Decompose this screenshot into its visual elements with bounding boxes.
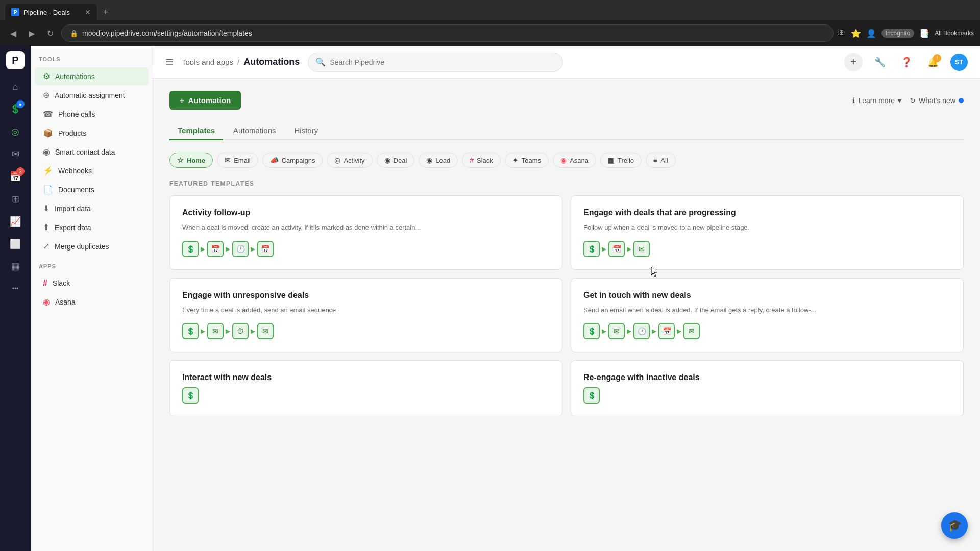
chevron-down-icon: ▾ — [898, 96, 901, 105]
sidebar-item-smart-contact[interactable]: ◉ Smart contact data — [35, 143, 149, 161]
deal-filter-icon: ◉ — [384, 156, 390, 164]
slack-filter-icon: # — [470, 156, 474, 164]
sidebar-icon-table[interactable]: ▦ — [5, 256, 26, 277]
filter-tab-campaigns[interactable]: 📣 Campaigns — [262, 153, 323, 168]
sidebar-item-asana[interactable]: ◉ Asana — [35, 293, 149, 311]
sidebar-icon-home[interactable]: ⌂ — [5, 77, 26, 97]
template-card-unresponsive[interactable]: Engage with unresponsive deals Every tim… — [169, 278, 562, 353]
flow-icon-mail4: ✉ — [257, 323, 274, 339]
flow-icon-deal: 💲 — [182, 241, 199, 257]
sidebar-item-merge[interactable]: ⤢ Merge duplicates — [35, 237, 149, 255]
eye-off-btn[interactable]: 👁 — [838, 29, 846, 38]
template-card-engage-progressing[interactable]: Engage with deals that are progressing F… — [571, 195, 964, 270]
whats-new-btn[interactable]: ↻ What's new — [910, 96, 964, 105]
filter-tab-lead[interactable]: ◉ Lead — [419, 153, 458, 168]
notification-btn[interactable]: 🔔 ! — [924, 53, 942, 71]
filter-tab-trello[interactable]: ▦ Trello — [600, 153, 642, 168]
documents-label: Documents — [58, 186, 94, 194]
logo-letter: P — [12, 55, 18, 66]
template-card-reengage[interactable]: Re-engage with inactive deals 💲 — [571, 360, 964, 416]
card-desc-4: Send an email when a deal is added. If t… — [583, 305, 951, 315]
search-input[interactable] — [330, 58, 555, 66]
back-btn[interactable]: ◀ — [6, 26, 20, 40]
filter-tab-home[interactable]: ☆ Home — [169, 153, 213, 168]
sidebar-item-export[interactable]: ⬆ Export data — [35, 218, 149, 236]
email-filter-icon: ✉ — [225, 156, 231, 164]
main-content: ☰ Tools and apps / Automations 🔍 + 🔧 ❓ 🔔… — [153, 46, 980, 551]
filter-tab-deal[interactable]: ◉ Deal — [377, 153, 415, 168]
refresh-btn[interactable]: ↻ — [43, 26, 57, 40]
filter-tab-all[interactable]: ≡ All — [646, 153, 676, 168]
info-icon: ℹ — [852, 96, 855, 105]
filter-tab-teams[interactable]: ✦ Teams — [505, 153, 549, 168]
sidebar-item-documents[interactable]: 📄 Documents — [35, 181, 149, 198]
sidebar-icon-apps[interactable]: ⊞ — [5, 189, 26, 209]
merge-icon: ⤢ — [43, 241, 50, 251]
whats-new-label: What's new — [919, 96, 955, 105]
sidebar-item-slack[interactable]: # Slack — [35, 274, 149, 292]
sidebar-item-automatic-assignment[interactable]: ⊕ Automatic assignment — [35, 86, 149, 104]
template-card-new-deals[interactable]: Get in touch with new deals Send an emai… — [571, 278, 964, 353]
card-title-3: Engage with unresponsive deals — [182, 291, 550, 300]
profile-btn[interactable]: 👤 — [866, 29, 876, 38]
extension-btn[interactable]: 🔧 — [871, 53, 889, 71]
sidebar-icon-target[interactable]: ◎ — [5, 121, 26, 142]
new-tab-btn[interactable]: + — [99, 7, 113, 18]
flow-icon-deal4: 💲 — [583, 323, 600, 339]
filter-tab-activity[interactable]: ◎ Activity — [327, 153, 372, 168]
sidebar-icon-box[interactable]: ⬜ — [5, 234, 26, 254]
add-btn-label: Automation — [188, 96, 231, 105]
sidebar-item-import[interactable]: ⬇ Import data — [35, 199, 149, 217]
webhooks-icon: ⚡ — [43, 166, 53, 176]
tab-history[interactable]: History — [286, 122, 326, 140]
sidebar-item-products[interactable]: 📦 Products — [35, 124, 149, 142]
flow-icon-mail5: ✉ — [608, 323, 625, 339]
menu-toggle-btn[interactable]: ☰ — [165, 57, 174, 68]
card-desc-1: When a deal is moved, create an activity… — [182, 222, 550, 233]
active-tab[interactable]: P Pipeline - Deals ✕ — [5, 4, 97, 20]
breadcrumb-parent[interactable]: Tools and apps — [182, 58, 233, 66]
card-title-4: Get in touch with new deals — [583, 291, 951, 300]
filter-tab-email[interactable]: ✉ Email — [217, 153, 258, 168]
address-bar[interactable]: 🔒 moodjoy.pipedrive.com/settings/automat… — [61, 24, 834, 42]
icon-sidebar: P ⌂ 💲 ● ◎ ✉ 📅 2 ⊞ 📈 ⬜ ▦ ••• — [0, 46, 31, 551]
add-automation-btn[interactable]: + Automation — [169, 91, 241, 110]
flow-icon-mail6: ✉ — [683, 323, 700, 339]
tools-section-label: TOOLS — [31, 56, 153, 66]
template-card-interact-new[interactable]: Interact with new deals 💲 — [169, 360, 562, 416]
sidebar-icon-calendar[interactable]: 📅 2 — [5, 166, 26, 187]
tab-close-btn[interactable]: ✕ — [85, 8, 91, 16]
assignment-icon: ⊕ — [43, 90, 50, 100]
sidebar-item-phone-calls[interactable]: ☎ Phone calls — [35, 105, 149, 123]
home-filter-icon: ☆ — [177, 156, 184, 164]
flow-arrow: ▶ — [602, 328, 606, 335]
flow-arrow: ▶ — [251, 245, 255, 253]
flow-icon-cal3: 📅 — [608, 241, 625, 257]
sidebar-icon-more[interactable]: ••• — [5, 279, 26, 299]
chat-btn[interactable]: 🎓 — [941, 512, 968, 539]
avatar[interactable]: ST — [950, 54, 968, 71]
help-btn[interactable]: ❓ — [897, 53, 916, 71]
sidebar-item-webhooks[interactable]: ⚡ Webhooks — [35, 162, 149, 180]
bookmark-btn[interactable]: ⭐ — [851, 29, 861, 38]
filter-tab-asana[interactable]: ◉ Asana — [553, 153, 596, 168]
tab-templates[interactable]: Templates — [169, 122, 223, 140]
sidebar-icon-deals[interactable]: 💲 ● — [5, 99, 26, 119]
learn-more-btn[interactable]: ℹ Learn more ▾ — [852, 96, 901, 105]
top-bar-actions: + 🔧 ❓ 🔔 ! ST — [844, 53, 968, 71]
bookmarks-panel-btn[interactable]: 📑 — [919, 29, 929, 38]
template-card-activity-followup[interactable]: Activity follow-up When a deal is moved,… — [169, 195, 562, 270]
sidebar-icon-chart[interactable]: 📈 — [5, 211, 26, 232]
all-filter-icon: ≡ — [653, 156, 657, 164]
sidebar-item-automations[interactable]: ⚙ Automations — [35, 67, 149, 85]
tab-automations[interactable]: Automations — [225, 122, 284, 140]
learn-more-label: Learn more — [858, 96, 895, 105]
asana-label: Asana — [55, 298, 76, 306]
filter-tab-slack[interactable]: # Slack — [462, 153, 501, 168]
forward-btn[interactable]: ▶ — [24, 26, 39, 40]
app-logo[interactable]: P — [6, 51, 24, 69]
calendar-badge: 2 — [16, 167, 24, 176]
search-bar[interactable]: 🔍 — [308, 53, 563, 72]
sidebar-icon-mail[interactable]: ✉ — [5, 144, 26, 164]
add-btn[interactable]: + — [844, 53, 863, 71]
